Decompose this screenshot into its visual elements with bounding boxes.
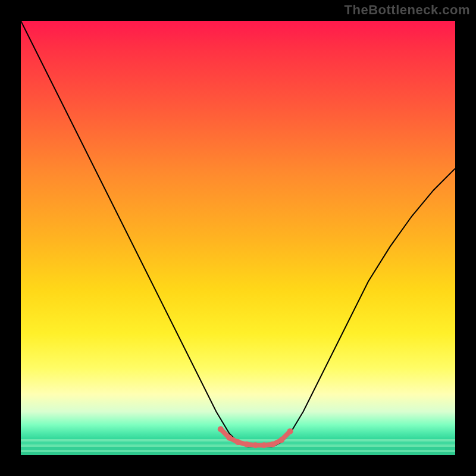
optimal-range-dot bbox=[244, 441, 250, 447]
optimal-range-dot bbox=[252, 442, 258, 448]
optimal-range-dot bbox=[278, 437, 284, 443]
watermark-text: TheBottleneck.com bbox=[345, 2, 470, 18]
plot-area bbox=[21, 21, 455, 455]
chart-frame: TheBottleneck.com bbox=[0, 0, 476, 476]
optimal-range-dot bbox=[287, 428, 293, 434]
optimal-range-dot bbox=[261, 442, 267, 448]
optimal-range-dot bbox=[226, 435, 232, 441]
optimal-range-dots bbox=[218, 426, 293, 448]
chart-svg bbox=[21, 21, 455, 455]
optimal-range-dot bbox=[270, 441, 275, 447]
optimal-range-dot bbox=[235, 439, 241, 445]
optimal-range-dot bbox=[218, 426, 224, 432]
bottleneck-curve-path bbox=[21, 21, 455, 446]
